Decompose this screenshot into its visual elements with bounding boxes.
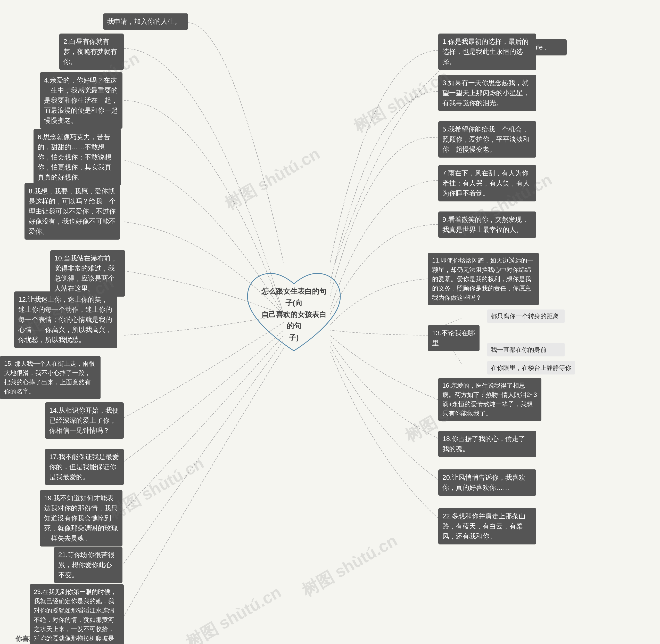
box-R13: 13.不论我在哪里 xyxy=(428,325,479,351)
text-LQ: 你喜欢哪一句？ xyxy=(16,635,67,643)
node-L4: 4.亲爱的，你好吗？在这一生中，我感觉最重要的是我要和你生活在一起，而最浪漫的便… xyxy=(40,72,122,129)
text-R13c: 我一直都在你的身前 xyxy=(491,346,546,353)
box-L10: 10.当我站在瀑布前，觉得非常的难过，我总觉得，应该是两个人站在这里。 xyxy=(50,250,125,297)
text-R5: 5.我希望你能给我一个机会，照顾你，爱护你，平平淡淡和你一起慢慢变老。 xyxy=(442,125,529,153)
node-R13: 13.不论我在哪里 xyxy=(428,325,479,351)
box-R11: 11.即使你熠熠闪耀，如天边遥远的一颗星，却仍无法阻挡我心中对你绵绵的爱慕。爱你… xyxy=(428,253,539,305)
box-R13c: 我一直都在你的身前 xyxy=(487,343,565,356)
text-L2: 2.白昼有你就有梦，夜晚有梦就有你。 xyxy=(64,38,117,66)
box-R1: 1.你是我最初的选择，最后的选择，也是我此生永恒的选择。 xyxy=(438,33,536,70)
box-L6: 6.思念就像巧克力，苦苦的，甜甜的……不敢想你，怕会想你；不敢说想你，怕更想你，… xyxy=(33,129,121,185)
box-R9: 9.看着微笑的你，突然发现，我真是世界上最幸福的人。 xyxy=(438,211,536,238)
text-R11: 11.即使你熠熠闪耀，如天边遥远的一颗星，却仍无法阻挡我心中对你绵绵的爱慕。爱你… xyxy=(432,257,534,301)
node-R9: 9.看着微笑的你，突然发现，我真是世界上最幸福的人。 xyxy=(438,211,536,238)
center-node: 怎么跟女生表白的句子(向 自己喜欢的女孩表白的句 子) xyxy=(237,263,351,366)
node-R11: 11.即使你熠熠闪耀，如天边遥远的一颗星，却仍无法阻挡我心中对你绵绵的爱慕。爱你… xyxy=(428,253,539,305)
node-L2: 2.白昼有你就有梦，夜晚有梦就有你。 xyxy=(59,33,124,70)
text-R13: 13.不论我在哪里 xyxy=(432,329,475,347)
box-R20: 20.让风悄悄告诉你，我喜欢你，真的好喜欢你…… xyxy=(438,469,536,496)
box-L8: 8.我想，我要，我愿，爱你就是这样的，可以吗？给我一个理由让我可以不爱你，不过你… xyxy=(24,183,120,239)
node-R7: 7.雨在下，风在刮，有人为你牵挂；有人哭，有人笑，有人为你睡不着觉。 xyxy=(438,165,536,202)
node-L21: 21.等你盼你很苦很累，想你爱你此心不变。 xyxy=(54,547,122,583)
watermark-3: 树图 shùtú.cn xyxy=(350,65,453,138)
node-L19: 19.我不知道如何才能表达我对你的那份情，我只知道没有你我会憔悴到死，就像那朵凋… xyxy=(40,490,122,547)
text-L21: 21.等你盼你很苦很累，想你爱你此心不变。 xyxy=(58,551,115,579)
text-R9: 9.看着微笑的你，突然发现，我真是世界上最幸福的人。 xyxy=(442,215,528,233)
text-R16: 16.亲爱的，医生说我得了相思病。药方如下：热吻+情人眼泪2~3滴+永恒的爱情熬… xyxy=(442,382,537,417)
text-L14: 14.从相识你开始，我便已经深深的爱上了你，你相信一见钟情吗？ xyxy=(49,407,119,434)
heart-shape: 怎么跟女生表白的句子(向 自己喜欢的女孩表白的句 子) xyxy=(237,263,351,366)
box-R13d: 在你眼里，在楼台上静静等你 xyxy=(487,361,575,374)
text-L8: 8.我想，我要，我愿，爱你就是这样的，可以吗？给我一个理由让我可以不爱你，不过你… xyxy=(29,187,116,235)
node-R20: 20.让风悄悄告诉你，我喜欢你，真的好喜欢你…… xyxy=(438,469,536,496)
node-R13c: 我一直都在你的身前 xyxy=(487,343,565,356)
node-R13a: 都只离你一个转身的距离 xyxy=(487,309,565,323)
box-R16: 16.亲爱的，医生说我得了相思病。药方如下：热吻+情人眼泪2~3滴+永恒的爱情熬… xyxy=(438,378,541,421)
node-L15: 15. 那天我一个人在街上走，雨很大地很滑，我不小心摔了一跤，把我的心摔了出来，… xyxy=(0,356,100,399)
box-L2: 2.白昼有你就有梦，夜晚有梦就有你。 xyxy=(59,33,124,70)
node-R5: 5.我希望你能给我一个机会，照顾你，爱护你，平平淡淡和你一起慢慢变老。 xyxy=(438,121,536,158)
text-R20: 20.让风悄悄告诉你，我喜欢你，真的好喜欢你…… xyxy=(442,474,525,491)
center-text: 怎么跟女生表白的句子(向 自己喜欢的女孩表白的句 子) xyxy=(260,286,327,344)
node-L14: 14.从相识你开始，我便已经深深的爱上了你，你相信一见钟情吗？ xyxy=(45,402,124,439)
watermark-8: 树图 shùtú.cn xyxy=(298,529,401,602)
box-R3: 3.如果有一天你思念起我，就望一望天上那闪烁的小星星，有我寻觅你的泪光。 xyxy=(438,75,536,111)
box-R7: 7.雨在下，风在刮，有人为你牵挂；有人哭，有人笑，有人为你睡不着觉。 xyxy=(438,165,536,202)
text-L10: 10.当我站在瀑布前，觉得非常的难过，我总觉得，应该是两个人站在这里。 xyxy=(54,254,117,292)
node-L8: 8.我想，我要，我愿，爱你就是这样的，可以吗？给我一个理由让我可以不爱你，不过你… xyxy=(24,183,120,239)
text-R18: 18.你占据了我的心，偷走了我的魂。 xyxy=(442,435,525,453)
text-L19: 19.我不知道如何才能表达我对你的那份情，我只知道没有你我会憔悴到死，就像那朵凋… xyxy=(44,494,118,542)
text-L12: 12.让我迷上你，迷上你的笑，迷上你的每一个动作，迷上你的每一个表情；你的心情就… xyxy=(18,296,112,344)
top-center-node: 我申请，加入你的人生。 xyxy=(103,14,188,30)
text-R3: 3.如果有一天你思念起我，就望一望天上那闪烁的小星星，有我寻觅你的泪光。 xyxy=(442,79,529,107)
node-R3: 3.如果有一天你思念起我，就望一望天上那闪烁的小星星，有我寻觅你的泪光。 xyxy=(438,75,536,111)
text-R22: 22.多想和你并肩走上那条山路，有蓝天，有白云，有柔风，还有我和你。 xyxy=(442,512,525,540)
text-R13d: 在你眼里，在楼台上静静等你 xyxy=(491,364,571,371)
watermark-9: 树图 shùtú.cn xyxy=(182,581,285,644)
node-L17: 17.我不能保证我是最爱你的，但是我能保证你是我最爱的。 xyxy=(45,449,124,485)
box-L15: 15. 那天我一个人在街上走，雨很大地很滑，我不小心摔了一跤，把我的心摔了出来，… xyxy=(0,356,100,399)
node-R1: 1.你是我最初的选择，最后的选择，也是我此生永恒的选择。 xyxy=(438,33,536,70)
node-L12: 12.让我迷上你，迷上你的笑，迷上你的每一个动作，迷上你的每一个表情；你的心情就… xyxy=(14,292,117,348)
node-L10: 10.当我站在瀑布前，觉得非常的难过，我总觉得，应该是两个人站在这里。 xyxy=(50,250,125,297)
text-L15: 15. 那天我一个人在街上走，雨很大地很滑，我不小心摔了一跤，把我的心摔了出来，… xyxy=(4,360,95,395)
box-R13a: 都只离你一个转身的距离 xyxy=(487,309,565,323)
box-L17: 17.我不能保证我是最爱你的，但是我能保证你是我最爱的。 xyxy=(45,449,124,485)
watermark-2: 树图 shùtú.cn xyxy=(221,143,324,215)
text-L6: 6.思念就像巧克力，苦苦的，甜甜的……不敢想你，怕会想你；不敢说想你，怕更想你，… xyxy=(38,133,111,181)
node-LQ: 你喜欢哪一句？ xyxy=(16,635,67,643)
text-L17: 17.我不能保证我是最爱你的，但是我能保证你是我最爱的。 xyxy=(49,453,119,481)
text-L4: 4.亲爱的，你好吗？在这一生中，我感觉最重要的是我要和你生活在一起，而最浪漫的便… xyxy=(44,76,118,124)
mind-map: 我申请，加入你的人生。 I apply to get into your lif… xyxy=(0,0,660,644)
text-R1: 1.你是我最初的选择，最后的选择，也是我此生永恒的选择。 xyxy=(442,38,528,66)
node-R22: 22.多想和你并肩走上那条山路，有蓝天，有白云，有柔风，还有我和你。 xyxy=(438,508,536,545)
text-R13a: 都只离你一个转身的距离 xyxy=(491,313,559,320)
top-center-text: 我申请，加入你的人生。 xyxy=(107,18,181,25)
node-L6: 6.思念就像巧克力，苦苦的，甜甜的……不敢想你，怕会想你；不敢说想你，怕更想你，… xyxy=(33,129,121,185)
box-L12: 12.让我迷上你，迷上你的笑，迷上你的每一个动作，迷上你的每一个表情；你的心情就… xyxy=(14,292,117,348)
box-R5: 5.我希望你能给我一个机会，照顾你，爱护你，平平淡淡和你一起慢慢变老。 xyxy=(438,121,536,158)
node-R13d: 在你眼里，在楼台上静静等你 xyxy=(487,361,575,374)
box-R18: 18.你占据了我的心，偷走了我的魂。 xyxy=(438,431,536,457)
box-L14: 14.从相识你开始，我便已经深深的爱上了你，你相信一见钟情吗？ xyxy=(45,402,124,439)
node-R18: 18.你占据了我的心，偷走了我的魂。 xyxy=(438,431,536,457)
text-R7: 7.雨在下，风在刮，有人为你牵挂；有人哭，有人笑，有人为你睡不着觉。 xyxy=(442,169,529,197)
top-center-box: 我申请，加入你的人生。 xyxy=(103,14,188,30)
box-L21: 21.等你盼你很苦很累，想你爱你此心不变。 xyxy=(54,547,122,583)
box-L19: 19.我不知道如何才能表达我对你的那份情，我只知道没有你我会憔悴到死，就像那朵凋… xyxy=(40,490,122,547)
node-R16: 16.亲爱的，医生说我得了相思病。药方如下：热吻+情人眼泪2~3滴+永恒的爱情熬… xyxy=(438,378,541,421)
box-R22: 22.多想和你并肩走上那条山路，有蓝天，有白云，有柔风，还有我和你。 xyxy=(438,508,536,545)
box-L4: 4.亲爱的，你好吗？在这一生中，我感觉最重要的是我要和你生活在一起，而最浪漫的便… xyxy=(40,72,122,129)
